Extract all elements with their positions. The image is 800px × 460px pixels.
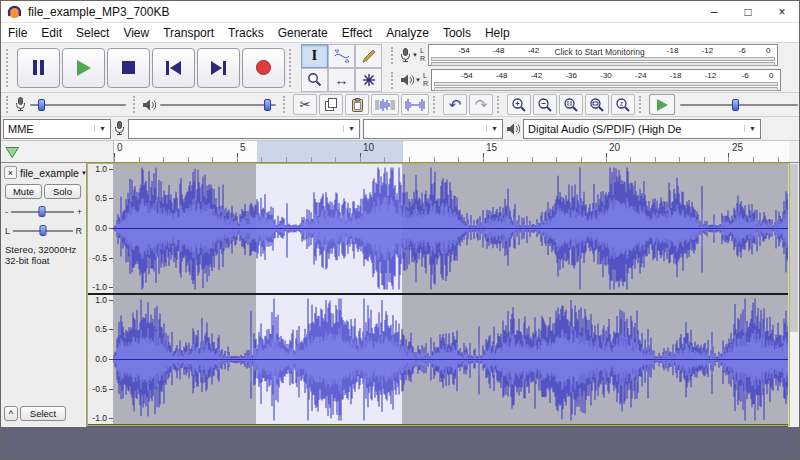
scissors-icon: ✂ bbox=[300, 98, 311, 111]
gain-slider[interactable]: - + bbox=[5, 205, 82, 219]
toolbar-grip[interactable] bbox=[497, 96, 503, 113]
speaker-icon[interactable] bbox=[400, 74, 414, 86]
toolbar-grip[interactable] bbox=[133, 96, 139, 113]
recording-device-select[interactable]: ▼ bbox=[128, 119, 360, 139]
menu-item-tools[interactable]: Tools bbox=[436, 23, 478, 42]
track-depth-info: 32-bit float bbox=[5, 255, 49, 266]
waveform-svg bbox=[113, 164, 789, 293]
play-button[interactable] bbox=[62, 48, 105, 88]
skip-to-start-button[interactable] bbox=[152, 48, 195, 88]
toolbar-grip[interactable] bbox=[289, 49, 296, 87]
meter-bar-right bbox=[431, 62, 775, 66]
undo-button[interactable]: ↶ bbox=[443, 94, 467, 115]
copy-button[interactable] bbox=[319, 94, 343, 115]
slider-thumb[interactable] bbox=[39, 206, 46, 217]
zoom-in-button[interactable] bbox=[507, 94, 531, 115]
playback-meter[interactable]: -54 -48 -42 -36 -30 -24 -18 -12 -6 0 bbox=[431, 69, 781, 91]
mute-button[interactable]: Mute bbox=[5, 184, 42, 199]
menu-item-generate[interactable]: Generate bbox=[271, 23, 335, 42]
record-button[interactable] bbox=[242, 48, 285, 88]
recording-meter[interactable]: -54 -48 -42 Click to Start Monitoring -1… bbox=[428, 44, 778, 66]
timeline-pin-icon[interactable] bbox=[5, 145, 20, 163]
slider-thumb[interactable] bbox=[39, 225, 46, 236]
toolbar-grip[interactable] bbox=[6, 49, 13, 87]
chevron-down-icon: ▼ bbox=[343, 125, 355, 132]
envelope-tool-button[interactable] bbox=[328, 44, 355, 68]
track-title[interactable]: file_example▼ bbox=[20, 166, 87, 179]
recording-channels-select[interactable]: ▼ bbox=[363, 119, 503, 139]
recording-volume-slider[interactable] bbox=[30, 96, 126, 114]
empty-project-area[interactable] bbox=[1, 427, 799, 460]
fit-project-button[interactable] bbox=[585, 94, 609, 115]
draw-tool-button[interactable] bbox=[355, 44, 382, 68]
track-area: × file_example▼ Mute Solo - + L R Stereo… bbox=[1, 163, 799, 427]
timeline-ruler[interactable]: 0 5 10 15 20 25 bbox=[113, 141, 789, 162]
zoom-tool-button[interactable] bbox=[301, 68, 328, 92]
playback-volume-slider[interactable] bbox=[160, 96, 276, 114]
cut-button[interactable]: ✂ bbox=[293, 94, 317, 115]
toolbar-grip[interactable] bbox=[6, 96, 12, 113]
speaker-icon bbox=[506, 123, 520, 135]
select-track-button[interactable]: Select bbox=[20, 406, 66, 421]
toolbar-grip[interactable] bbox=[391, 72, 397, 89]
menu-item-analyze[interactable]: Analyze bbox=[379, 23, 436, 42]
slider-thumb[interactable] bbox=[38, 99, 45, 111]
menu-item-select[interactable]: Select bbox=[69, 23, 116, 42]
toolbar-grip[interactable] bbox=[433, 96, 439, 113]
silence-audio-button[interactable] bbox=[401, 94, 429, 115]
redo-button[interactable]: ↷ bbox=[469, 94, 493, 115]
vertical-ruler[interactable]: 1.0 0.5 0.0 -0.5 -1.0 1.0 0.5 0.0 -0.5 -… bbox=[87, 163, 113, 427]
microphone-icon[interactable] bbox=[400, 48, 411, 63]
fit-selection-button[interactable] bbox=[559, 94, 583, 115]
audacity-window: file_example_MP3_700KB – □ × File Edit S… bbox=[0, 0, 800, 460]
meter-dropdown-icon[interactable]: ▼ bbox=[415, 77, 421, 83]
waveform-left-channel[interactable] bbox=[113, 164, 789, 293]
menu-item-tracks[interactable]: Tracks bbox=[221, 23, 271, 42]
maximize-button[interactable]: □ bbox=[731, 1, 765, 22]
menu-item-edit[interactable]: Edit bbox=[34, 23, 69, 42]
time-shift-tool-button[interactable]: ↔ bbox=[328, 68, 355, 92]
collapse-track-button[interactable]: ^ bbox=[4, 406, 18, 421]
magnifier-icon bbox=[307, 72, 322, 87]
audio-host-select[interactable]: MME▼ bbox=[3, 119, 111, 139]
scrollbar-thumb[interactable] bbox=[790, 164, 798, 332]
minimize-button[interactable]: – bbox=[697, 1, 731, 22]
copy-icon bbox=[324, 98, 338, 112]
fit-project-icon bbox=[589, 97, 605, 112]
slider-thumb[interactable] bbox=[732, 99, 739, 111]
pause-button[interactable] bbox=[17, 48, 60, 88]
meter-scale-label: -48 bbox=[493, 46, 505, 55]
waveform-right-channel[interactable] bbox=[113, 295, 789, 424]
meter-scale-label: -6 bbox=[739, 46, 746, 55]
vruler-label: 1.0 bbox=[95, 164, 107, 174]
zoom-out-button[interactable] bbox=[533, 94, 557, 115]
menu-item-transport[interactable]: Transport bbox=[156, 23, 221, 42]
solo-button[interactable]: Solo bbox=[44, 184, 81, 199]
toolbar-grip[interactable] bbox=[639, 96, 645, 113]
track-close-button[interactable]: × bbox=[4, 166, 17, 179]
vertical-scrollbar[interactable] bbox=[788, 163, 799, 427]
recording-meter-toolbar: ▼ LR -54 -48 -42 Click to Start Monitori… bbox=[388, 44, 781, 67]
menu-item-view[interactable]: View bbox=[116, 23, 156, 42]
menu-item-effect[interactable]: Effect bbox=[335, 23, 379, 42]
close-button[interactable]: × bbox=[765, 1, 799, 22]
skip-to-end-button[interactable] bbox=[197, 48, 240, 88]
slider-thumb[interactable] bbox=[264, 99, 271, 111]
menu-item-help[interactable]: Help bbox=[478, 23, 517, 42]
paste-button[interactable] bbox=[345, 94, 369, 115]
play-speed-slider[interactable] bbox=[680, 96, 798, 114]
toolbar-grip[interactable] bbox=[391, 47, 397, 64]
stop-button[interactable] bbox=[107, 48, 150, 88]
selection-tool-button[interactable]: I bbox=[301, 44, 328, 68]
zoom-toggle-button[interactable]: z bbox=[611, 94, 635, 115]
title-bar: file_example_MP3_700KB – □ × bbox=[1, 1, 799, 23]
menu-item-file[interactable]: File bbox=[1, 23, 34, 42]
pan-slider[interactable]: L R bbox=[5, 224, 82, 238]
trim-audio-button[interactable] bbox=[371, 94, 399, 115]
toolbar-grip[interactable] bbox=[283, 96, 289, 113]
play-at-speed-button[interactable] bbox=[649, 94, 675, 115]
meter-bar-left bbox=[431, 57, 775, 61]
multi-tool-button[interactable] bbox=[355, 68, 382, 92]
playback-device-select[interactable]: Digital Audio (S/PDIF) (High De▼ bbox=[523, 119, 761, 139]
meter-dropdown-icon[interactable]: ▼ bbox=[412, 52, 418, 58]
